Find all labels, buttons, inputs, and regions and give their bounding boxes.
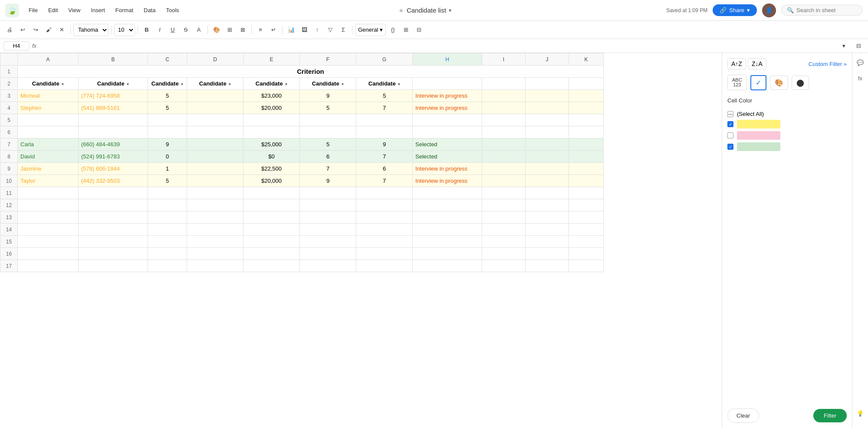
color-option-yellow[interactable]: ✓ xyxy=(727,120,847,128)
cell-I4[interactable] xyxy=(482,102,526,114)
cell-G7[interactable]: 9 xyxy=(356,138,413,151)
header-F-dropdown-icon[interactable]: ▾ xyxy=(342,82,344,86)
cell-F7[interactable]: 5 xyxy=(300,138,356,151)
filter-button[interactable]: ▽ xyxy=(324,24,336,36)
color-green-checkbox[interactable]: ✓ xyxy=(727,144,733,150)
cell-D9[interactable] xyxy=(187,163,243,175)
cell-H4[interactable]: Interview in progress xyxy=(413,102,482,114)
cell-G9[interactable]: 6 xyxy=(356,163,413,175)
side-panel-toggle[interactable]: ⊟ xyxy=(852,40,865,52)
fx-side-icon[interactable]: fx xyxy=(854,72,866,84)
print-button[interactable]: 🖨 xyxy=(3,24,16,36)
cell-K4[interactable] xyxy=(569,102,604,114)
cell-ref-input[interactable] xyxy=(3,41,30,50)
cell-D8[interactable] xyxy=(187,151,243,163)
merge-button[interactable]: ⊠ xyxy=(237,24,249,36)
cell-C10[interactable]: 5 xyxy=(148,175,187,187)
menu-edit[interactable]: Edit xyxy=(44,5,62,15)
cell-B9[interactable]: (578) 606-1844 xyxy=(79,163,148,175)
cell-A3[interactable]: Micheal xyxy=(18,90,79,102)
cell-A5[interactable] xyxy=(18,114,79,126)
redo-button[interactable]: ↪ xyxy=(30,24,42,36)
format-paint-button[interactable]: 🖌 xyxy=(43,24,55,36)
header-E-dropdown-icon[interactable]: ▾ xyxy=(285,82,287,86)
col-header-I[interactable]: I xyxy=(482,53,526,66)
select-all-row[interactable]: — (Select All) xyxy=(727,111,847,117)
cell-F4[interactable]: 5 xyxy=(300,102,356,114)
search-box[interactable]: 🔍 xyxy=(781,5,863,16)
menu-data[interactable]: Data xyxy=(139,5,160,15)
underline-button[interactable]: U xyxy=(167,24,179,36)
col-header-K[interactable]: K xyxy=(569,53,604,66)
comments-icon[interactable]: 💬 xyxy=(854,56,866,69)
cell-C7[interactable]: 9 xyxy=(148,138,187,151)
header-D-dropdown-icon[interactable]: ▾ xyxy=(229,82,231,86)
cell-C4[interactable]: 5 xyxy=(148,102,187,114)
insert-chart-button[interactable]: 📊 xyxy=(285,24,297,36)
wrap-text-button[interactable]: ↵ xyxy=(267,24,279,36)
col-header-F[interactable]: F xyxy=(300,53,356,66)
formula-btn[interactable]: {} xyxy=(387,24,399,36)
extra-btn-1[interactable]: ⊞ xyxy=(400,24,412,36)
cell-F10[interactable]: 9 xyxy=(300,175,356,187)
filter-by-checkmark-btn[interactable]: ✓ xyxy=(750,75,766,90)
cell-A8[interactable]: David xyxy=(18,151,79,163)
cell-K3[interactable] xyxy=(569,90,604,102)
cell-D10[interactable] xyxy=(187,175,243,187)
cell-H9[interactable]: Interview in progress xyxy=(413,163,482,175)
cell-A4[interactable]: Stephen xyxy=(18,102,79,114)
header-A-dropdown-icon[interactable]: ▾ xyxy=(62,82,64,86)
font-size-select[interactable]: 10 xyxy=(114,24,135,36)
col-header-C[interactable]: C xyxy=(148,53,187,66)
cell-F3[interactable]: 9 xyxy=(300,90,356,102)
cell-E4[interactable]: $20,000 xyxy=(243,102,300,114)
col-header-G[interactable]: G xyxy=(356,53,413,66)
clear-format-button[interactable]: ✕ xyxy=(56,24,68,36)
cell-H8[interactable]: Selected xyxy=(413,151,482,163)
color-pink-checkbox[interactable] xyxy=(727,132,733,138)
header-G-dropdown-icon[interactable]: ▾ xyxy=(398,82,400,86)
col-header-D[interactable]: D xyxy=(187,53,243,66)
cell-C8[interactable]: 0 xyxy=(148,151,187,163)
cell-E7[interactable]: $25,000 xyxy=(243,138,300,151)
cell-B3[interactable]: (774) 724-6958 xyxy=(79,90,148,102)
cell-G4[interactable]: 7 xyxy=(356,102,413,114)
sort-asc-button[interactable]: ↑ xyxy=(311,24,323,36)
menu-format[interactable]: Format xyxy=(111,5,138,15)
formula-expand-button[interactable]: ▾ xyxy=(838,40,850,52)
cell-B8[interactable]: (524) 991-6783 xyxy=(79,151,148,163)
font-select[interactable]: Tahoma xyxy=(73,24,108,36)
cell-J3[interactable] xyxy=(526,90,569,102)
menu-tools[interactable]: Tools xyxy=(161,5,183,15)
cell-B7[interactable]: (660) 484-4639 xyxy=(79,138,148,151)
menu-view[interactable]: View xyxy=(64,5,85,15)
font-color-button[interactable]: A xyxy=(193,24,205,36)
cell-G10[interactable]: 7 xyxy=(356,175,413,187)
header-B-dropdown-icon[interactable]: ▾ xyxy=(127,82,129,86)
clear-button[interactable]: Clear xyxy=(727,408,759,423)
cell-C9[interactable]: 1 xyxy=(148,163,187,175)
sum-button[interactable]: Σ xyxy=(337,24,349,36)
cell-A10[interactable]: Taylor xyxy=(18,175,79,187)
select-all-checkbox[interactable]: — xyxy=(727,111,733,117)
cell-I3[interactable] xyxy=(482,90,526,102)
cell-E3[interactable]: $23,000 xyxy=(243,90,300,102)
strikethrough-button[interactable]: S xyxy=(180,24,192,36)
filter-by-gradient-btn[interactable]: ⬤ xyxy=(792,76,809,90)
undo-button[interactable]: ↩ xyxy=(16,24,29,36)
cell-E9[interactable]: $22,500 xyxy=(243,163,300,175)
sheet-area[interactable]: A B C D E F G H I J K 1 Criterion xyxy=(0,53,722,428)
col-header-J[interactable]: J xyxy=(526,53,569,66)
cell-D4[interactable] xyxy=(187,102,243,114)
align-left-button[interactable]: ≡ xyxy=(254,24,266,36)
color-option-pink[interactable] xyxy=(727,131,847,140)
cell-D7[interactable] xyxy=(187,138,243,151)
col-header-H[interactable]: H xyxy=(413,53,482,66)
menu-insert[interactable]: Insert xyxy=(86,5,109,15)
extra-btn-2[interactable]: ⊟ xyxy=(413,24,425,36)
color-option-green[interactable]: ✓ xyxy=(727,142,847,151)
filter-by-palette-btn[interactable]: 🎨 xyxy=(770,76,788,90)
cell-G8[interactable]: 7 xyxy=(356,151,413,163)
col-header-B[interactable]: B xyxy=(79,53,148,66)
cell-F8[interactable]: 6 xyxy=(300,151,356,163)
